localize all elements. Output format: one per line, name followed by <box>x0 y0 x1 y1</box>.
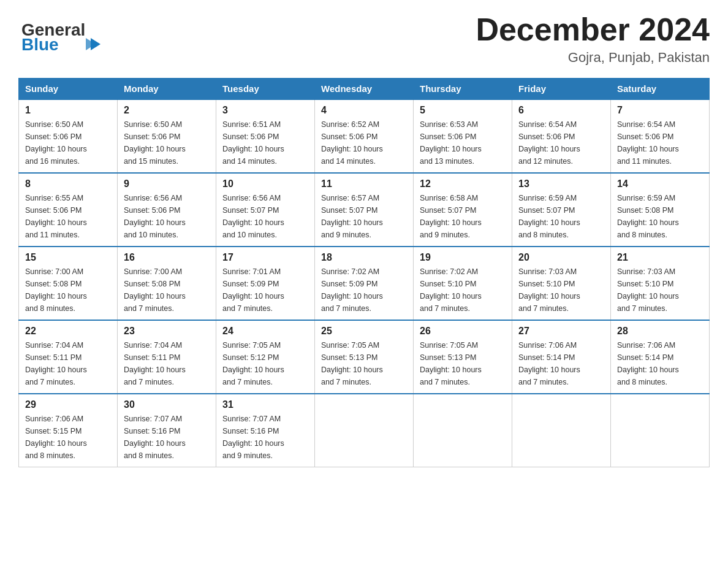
calendar-week-row: 15 Sunrise: 7:00 AMSunset: 5:08 PMDaylig… <box>19 247 710 320</box>
calendar-cell: 8 Sunrise: 6:55 AMSunset: 5:06 PMDayligh… <box>19 173 118 247</box>
calendar-header-row: Sunday Monday Tuesday Wednesday Thursday… <box>19 79 710 100</box>
day-number: 22 <box>25 326 111 337</box>
page-header: General Blue December 2024 Gojra, Punjab… <box>18 12 710 66</box>
calendar-cell: 21 Sunrise: 7:03 AMSunset: 5:10 PMDaylig… <box>611 247 710 320</box>
day-number: 18 <box>321 252 407 263</box>
day-number: 4 <box>321 105 407 116</box>
calendar-cell: 27 Sunrise: 7:06 AMSunset: 5:14 PMDaylig… <box>512 320 611 394</box>
day-number: 25 <box>321 326 407 337</box>
day-detail: Sunrise: 6:54 AMSunset: 5:06 PMDaylight:… <box>617 118 703 167</box>
day-detail: Sunrise: 6:57 AMSunset: 5:07 PMDaylight:… <box>321 192 407 241</box>
col-thursday: Thursday <box>414 79 512 100</box>
day-number: 31 <box>222 399 308 410</box>
title-area: December 2024 Gojra, Punjab, Pakistan <box>476 12 710 66</box>
calendar-cell: 26 Sunrise: 7:05 AMSunset: 5:13 PMDaylig… <box>414 320 512 394</box>
day-number: 6 <box>518 105 604 116</box>
day-number: 20 <box>518 252 604 263</box>
calendar-cell: 29 Sunrise: 7:06 AMSunset: 5:15 PMDaylig… <box>19 394 118 467</box>
calendar-cell: 24 Sunrise: 7:05 AMSunset: 5:12 PMDaylig… <box>216 320 315 394</box>
calendar-cell: 31 Sunrise: 7:07 AMSunset: 5:16 PMDaylig… <box>216 394 315 467</box>
day-detail: Sunrise: 6:55 AMSunset: 5:06 PMDaylight:… <box>25 192 111 241</box>
day-detail: Sunrise: 6:59 AMSunset: 5:08 PMDaylight:… <box>617 192 703 241</box>
calendar-cell: 3 Sunrise: 6:51 AMSunset: 5:06 PMDayligh… <box>216 99 315 173</box>
day-detail: Sunrise: 7:07 AMSunset: 5:16 PMDaylight:… <box>124 413 210 462</box>
day-detail: Sunrise: 7:02 AMSunset: 5:10 PMDaylight:… <box>420 266 506 315</box>
day-number: 5 <box>420 105 506 116</box>
day-detail: Sunrise: 6:56 AMSunset: 5:06 PMDaylight:… <box>124 192 210 241</box>
calendar-cell: 14 Sunrise: 6:59 AMSunset: 5:08 PMDaylig… <box>611 173 710 247</box>
calendar-cell: 19 Sunrise: 7:02 AMSunset: 5:10 PMDaylig… <box>414 247 512 320</box>
calendar-cell: 6 Sunrise: 6:54 AMSunset: 5:06 PMDayligh… <box>512 99 611 173</box>
col-wednesday: Wednesday <box>315 79 414 100</box>
calendar-cell: 17 Sunrise: 7:01 AMSunset: 5:09 PMDaylig… <box>216 247 315 320</box>
day-detail: Sunrise: 7:06 AMSunset: 5:14 PMDaylight:… <box>518 339 604 388</box>
location: Gojra, Punjab, Pakistan <box>476 50 710 66</box>
calendar-cell: 11 Sunrise: 6:57 AMSunset: 5:07 PMDaylig… <box>315 173 414 247</box>
day-number: 15 <box>25 252 111 263</box>
day-number: 19 <box>420 252 506 263</box>
calendar-cell: 22 Sunrise: 7:04 AMSunset: 5:11 PMDaylig… <box>19 320 118 394</box>
day-number: 10 <box>222 178 308 190</box>
calendar-week-row: 29 Sunrise: 7:06 AMSunset: 5:15 PMDaylig… <box>19 394 710 467</box>
day-number: 16 <box>124 252 210 263</box>
day-detail: Sunrise: 6:52 AMSunset: 5:06 PMDaylight:… <box>321 118 407 167</box>
calendar-cell: 15 Sunrise: 7:00 AMSunset: 5:08 PMDaylig… <box>19 247 118 320</box>
day-number: 11 <box>321 178 407 190</box>
day-detail: Sunrise: 6:50 AMSunset: 5:06 PMDaylight:… <box>124 118 210 167</box>
day-detail: Sunrise: 7:00 AMSunset: 5:08 PMDaylight:… <box>124 266 210 315</box>
svg-text:Blue: Blue <box>21 35 59 52</box>
day-number: 28 <box>617 326 703 337</box>
calendar-cell <box>414 394 512 467</box>
calendar-week-row: 1 Sunrise: 6:50 AMSunset: 5:06 PMDayligh… <box>19 99 710 173</box>
calendar-cell: 30 Sunrise: 7:07 AMSunset: 5:16 PMDaylig… <box>118 394 216 467</box>
col-saturday: Saturday <box>611 79 710 100</box>
day-detail: Sunrise: 7:00 AMSunset: 5:08 PMDaylight:… <box>25 266 111 315</box>
col-sunday: Sunday <box>19 79 118 100</box>
day-detail: Sunrise: 7:05 AMSunset: 5:13 PMDaylight:… <box>321 339 407 388</box>
day-number: 27 <box>518 326 604 337</box>
col-friday: Friday <box>512 79 611 100</box>
calendar-cell: 5 Sunrise: 6:53 AMSunset: 5:06 PMDayligh… <box>414 99 512 173</box>
day-number: 21 <box>617 252 703 263</box>
calendar-cell: 7 Sunrise: 6:54 AMSunset: 5:06 PMDayligh… <box>611 99 710 173</box>
day-number: 1 <box>25 105 111 116</box>
calendar-cell: 20 Sunrise: 7:03 AMSunset: 5:10 PMDaylig… <box>512 247 611 320</box>
day-detail: Sunrise: 7:04 AMSunset: 5:11 PMDaylight:… <box>124 339 210 388</box>
col-tuesday: Tuesday <box>216 79 315 100</box>
day-detail: Sunrise: 6:56 AMSunset: 5:07 PMDaylight:… <box>222 192 308 241</box>
day-detail: Sunrise: 6:51 AMSunset: 5:06 PMDaylight:… <box>222 118 308 167</box>
day-number: 13 <box>518 178 604 190</box>
calendar-week-row: 8 Sunrise: 6:55 AMSunset: 5:06 PMDayligh… <box>19 173 710 247</box>
day-detail: Sunrise: 7:01 AMSunset: 5:09 PMDaylight:… <box>222 266 308 315</box>
day-number: 30 <box>124 399 210 410</box>
month-title: December 2024 <box>476 12 710 47</box>
day-detail: Sunrise: 6:58 AMSunset: 5:07 PMDaylight:… <box>420 192 506 241</box>
day-detail: Sunrise: 6:54 AMSunset: 5:06 PMDaylight:… <box>518 118 604 167</box>
day-number: 3 <box>222 105 308 116</box>
day-detail: Sunrise: 6:50 AMSunset: 5:06 PMDaylight:… <box>25 118 111 167</box>
day-detail: Sunrise: 7:03 AMSunset: 5:10 PMDaylight:… <box>518 266 604 315</box>
calendar-cell: 9 Sunrise: 6:56 AMSunset: 5:06 PMDayligh… <box>118 173 216 247</box>
day-detail: Sunrise: 6:59 AMSunset: 5:07 PMDaylight:… <box>518 192 604 241</box>
calendar-cell: 23 Sunrise: 7:04 AMSunset: 5:11 PMDaylig… <box>118 320 216 394</box>
day-detail: Sunrise: 7:05 AMSunset: 5:13 PMDaylight:… <box>420 339 506 388</box>
calendar-cell: 12 Sunrise: 6:58 AMSunset: 5:07 PMDaylig… <box>414 173 512 247</box>
calendar-week-row: 22 Sunrise: 7:04 AMSunset: 5:11 PMDaylig… <box>19 320 710 394</box>
day-detail: Sunrise: 6:53 AMSunset: 5:06 PMDaylight:… <box>420 118 506 167</box>
day-number: 7 <box>617 105 703 116</box>
day-detail: Sunrise: 7:05 AMSunset: 5:12 PMDaylight:… <box>222 339 308 388</box>
day-number: 2 <box>124 105 210 116</box>
day-number: 8 <box>25 178 111 190</box>
calendar-cell: 28 Sunrise: 7:06 AMSunset: 5:14 PMDaylig… <box>611 320 710 394</box>
logo: General Blue <box>18 12 104 52</box>
calendar-cell <box>512 394 611 467</box>
calendar-cell: 10 Sunrise: 6:56 AMSunset: 5:07 PMDaylig… <box>216 173 315 247</box>
calendar-cell: 1 Sunrise: 6:50 AMSunset: 5:06 PMDayligh… <box>19 99 118 173</box>
calendar-cell: 13 Sunrise: 6:59 AMSunset: 5:07 PMDaylig… <box>512 173 611 247</box>
day-number: 23 <box>124 326 210 337</box>
calendar-cell: 25 Sunrise: 7:05 AMSunset: 5:13 PMDaylig… <box>315 320 414 394</box>
calendar-cell <box>611 394 710 467</box>
day-detail: Sunrise: 7:06 AMSunset: 5:14 PMDaylight:… <box>617 339 703 388</box>
calendar-cell <box>315 394 414 467</box>
day-number: 14 <box>617 178 703 190</box>
